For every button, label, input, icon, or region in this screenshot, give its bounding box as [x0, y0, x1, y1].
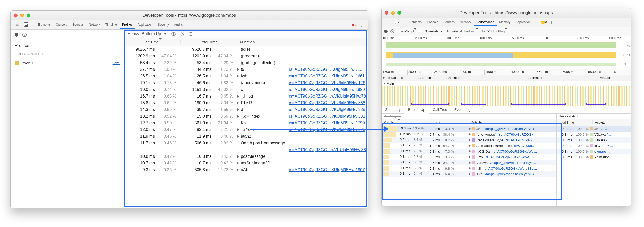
expand-icon[interactable]: [237, 115, 239, 118]
profile-item[interactable]: Profile 1 Save: [11, 58, 124, 68]
window-controls[interactable]: [14, 13, 30, 17]
tab-summary[interactable]: Summary: [382, 106, 404, 113]
inspect-icon[interactable]: ▭: [13, 22, 21, 28]
expand-icon[interactable]: [237, 128, 239, 131]
source-link[interactable]: rs=ACT90oGqRZGG…KUIgM95Hw:1929: [289, 87, 365, 92]
source-link[interactable]: rs=ACT90oGqRZGG…wVKUIgM95Hw:88: [289, 147, 366, 152]
record-icon[interactable]: [384, 30, 388, 33]
table-row[interactable]: 16.7 ms0.65 %16.7 ms0.65 %_.H.ogrs=ACT90…: [124, 93, 368, 100]
tab-application[interactable]: Application: [135, 21, 155, 29]
source-link[interactable]: /maps/_/js/k=maps.m.en.yeALR…: [485, 172, 538, 176]
table-row[interactable]: 10.7 ms0.42 %10.7 ms0.42 %texSubImage2D: [124, 160, 368, 167]
more-tabs-icon[interactable]: »: [534, 19, 541, 26]
table-row[interactable]: 0.3 ms100.0 %Animation: [557, 154, 631, 160]
source-link[interactable]: rs=ACT90oGqRZGGxuWo-z8BL…: [483, 167, 537, 170]
col-self-time[interactable]: Self Time: [382, 120, 424, 124]
source-link[interactable]: rs=ACT90o…: [514, 144, 535, 148]
source-link[interactable]: rs=ACT90oGqRZGG…KUIgM95Hw:1799: [289, 121, 365, 125]
table-row[interactable]: 0.1 ms7.0 %0.1 ms7.0 %_.CG.Dars=ACT90oGq…: [382, 149, 556, 154]
table-row[interactable]: 13.2 ms0.52 %15.0 ms0.59 %_.gK.indexrs=A…: [124, 113, 368, 120]
expand-icon[interactable]: [469, 133, 471, 136]
table-row[interactable]: rs=ACT90oGqRZGG…wVKUIgM95Hw:88: [124, 146, 368, 153]
expand-icon[interactable]: [237, 162, 239, 164]
zoom-light-icon[interactable]: [27, 13, 30, 17]
tab-sources[interactable]: Sources: [70, 21, 86, 29]
expand-icon[interactable]: [237, 102, 239, 104]
close-light-icon[interactable]: [385, 11, 388, 15]
source-link[interactable]: rs=ACT90oGqRZGG…KUIgM95Hw:1661: [289, 74, 365, 78]
tab-application[interactable]: Application: [513, 19, 533, 26]
view-dropdown[interactable]: Heavy (Bottom Up): [128, 32, 167, 36]
flame-ruler[interactable]: 1500 ms2000 ms2500 ms3000 ms3500 ms4000 …: [382, 69, 631, 75]
source-link[interactable]: /…: [606, 138, 611, 142]
tab-security[interactable]: Security: [155, 21, 172, 29]
table-row[interactable]: 12.7 ms0.50 %561.0 ms21.94 %Kars=ACT90oG…: [124, 120, 368, 126]
source-link[interactable]: rs=…: [605, 144, 613, 148]
source-link[interactable]: /…: [607, 133, 611, 136]
tab-console[interactable]: Console: [53, 21, 70, 29]
screenshots-checkbox[interactable]: [419, 30, 422, 33]
minimize-light-icon[interactable]: [391, 11, 395, 15]
tab-network[interactable]: Network: [86, 21, 103, 29]
close-light-icon[interactable]: [14, 13, 18, 17]
close-icon[interactable]: [181, 32, 184, 36]
col-total-time[interactable]: Total Time: [557, 120, 593, 124]
expand-icon[interactable]: [469, 156, 471, 158]
source-link[interactable]: /maps…: [597, 150, 610, 153]
window-controls[interactable]: [385, 11, 401, 15]
source-link[interactable]: /maps/_/js/k=maps.m.en.yeALR…: [485, 127, 538, 131]
source-link[interactable]: rs=ACT90oGqRZGG…VKUIgM95Hw:126: [289, 81, 365, 85]
col-function[interactable]: Function: [237, 40, 368, 44]
source-link[interactable]: rs=ACT90oGqRZGGx…: [499, 133, 537, 136]
table-row[interactable]: 14.3 ms0.56 %39.7 ms1.55 %drs=ACT90oGqRZ…: [124, 106, 368, 113]
minimize-light-icon[interactable]: [20, 13, 24, 17]
clear-icon[interactable]: [22, 33, 27, 37]
source-link[interactable]: rs=ACT90oGqRZGGxuWo…: [493, 150, 537, 153]
expand-icon[interactable]: [237, 135, 239, 138]
tab-bottom-up[interactable]: Bottom-Up: [404, 106, 429, 114]
kebab-menu-icon[interactable]: ⋮: [357, 22, 366, 28]
expand-icon[interactable]: [469, 127, 471, 130]
table-row[interactable]: 9.3 ms0.36 %505.8 ms19.78 %uAbrs=ACT90oG…: [124, 167, 368, 173]
table-row[interactable]: 11.7 ms0.46 %506.9 ms19.82 %Oda.b.port1.…: [124, 140, 368, 146]
expand-icon[interactable]: [469, 161, 471, 164]
save-link[interactable]: Save: [113, 61, 120, 65]
source-link[interactable]: rs=ACT90oGqRZGGxuWo-z8B…: [486, 155, 537, 159]
main-track[interactable]: Main: [382, 81, 631, 86]
table-row[interactable]: 58.4 ms2.29 %58.4 ms2.29 %(garbage colle…: [124, 59, 368, 66]
table-row[interactable]: 0.3 ms13.9 %0.3 ms13.9 %aKb/maps/_/js/k=…: [382, 126, 556, 132]
table-row[interactable]: 15.8 ms0.62 %180.0 ms7.04 %F1e.Rrs=ACT90…: [124, 100, 368, 106]
source-link[interactable]: /ma…: [601, 127, 611, 131]
expand-icon[interactable]: [237, 75, 239, 77]
tab-elements[interactable]: Elements: [406, 19, 424, 26]
titlebar[interactable]: Developer Tools - https://www.google.com…: [382, 8, 631, 18]
expand-icon[interactable]: [237, 68, 239, 71]
grouping-dropdown[interactable]: No Grouping: [382, 114, 556, 119]
expand-icon[interactable]: [237, 155, 239, 158]
tab-memory[interactable]: Memory: [497, 19, 513, 26]
table-row[interactable]: 0.2 ms8.7 %0.2 ms8.7 %Recalculate Styler…: [382, 137, 556, 143]
tab-profiles[interactable]: Profiles: [120, 21, 135, 29]
source-link[interactable]: rs=ACT90oGqRZGG…VKUIgM95Hw:838: [289, 101, 365, 105]
expand-icon[interactable]: [469, 139, 471, 141]
kebab-menu-icon[interactable]: ⋮: [547, 19, 556, 26]
error-badge[interactable]: ⊗ 1: [352, 23, 357, 27]
tab-call-tree[interactable]: Call Tree: [429, 106, 451, 113]
bottom-up-rows[interactable]: 0.3 ms13.9 %0.3 ms13.9 %aKb/maps/_/js/k=…: [382, 126, 556, 177]
overview-timeline[interactable]: 1000 ms2000 ms3000 ms4000 ms5000 ms60700…: [382, 36, 631, 69]
tab-elements[interactable]: Elements: [35, 21, 53, 29]
table-row[interactable]: 0.3 ms100.0 %aKb/ma…: [557, 126, 631, 132]
col-activity[interactable]: Activity: [469, 120, 556, 124]
clear-icon[interactable]: [390, 29, 394, 33]
source-link[interactable]: rs=ACT90oGqRZGG…wVKUIgM95Hw:78: [289, 94, 366, 99]
source-link[interactable]: rs=ACT90oGqRZGG…VKUIgM95Hw:381: [289, 114, 365, 119]
table-row[interactable]: 0.3 ms100.0 %c/maps…: [557, 149, 631, 154]
record-icon[interactable]: [15, 33, 18, 37]
col-activity[interactable]: Activity: [593, 120, 631, 124]
table-row[interactable]: 26.5 ms1.04 %26.5 ms1.04 %fwbrs=ACT90oGq…: [124, 73, 368, 80]
col-total-time[interactable]: Total Time: [424, 120, 469, 124]
expand-icon[interactable]: [237, 108, 239, 111]
flame-chart[interactable]: Interactions Ani…ion Animation Animation…: [382, 75, 631, 106]
interactions-track[interactable]: Interactions Ani…ion Animation Animation…: [382, 75, 631, 81]
table-row[interactable]: 0.1 ms6.4 %0.1 ms6.4 %TVe/maps/_/js/k=ma…: [382, 171, 556, 177]
